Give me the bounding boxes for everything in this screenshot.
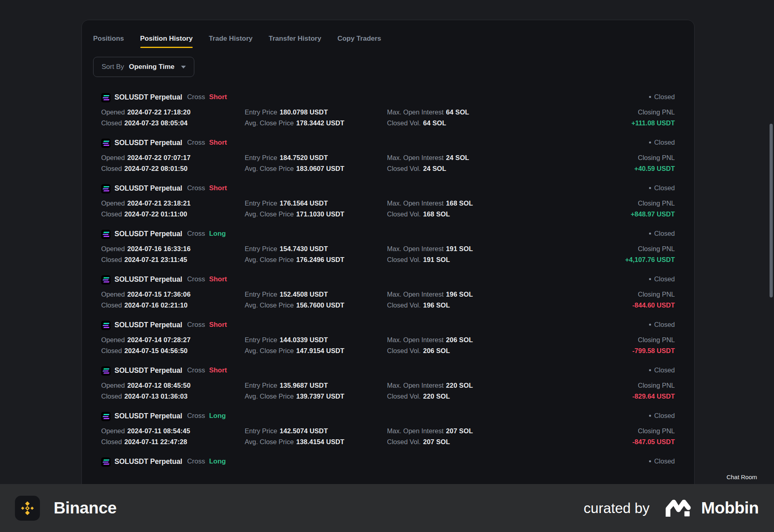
binance-wordmark: Binance xyxy=(54,499,117,517)
status-text: Closed xyxy=(654,139,675,146)
margin-mode-label: Cross xyxy=(187,366,205,374)
status-badge: Closed xyxy=(554,93,675,107)
sort-by-dropdown[interactable]: Sort By Opening Time xyxy=(93,57,194,77)
status-dot-icon xyxy=(649,324,651,326)
closed-time: Closed2024-07-11 22:47:28 xyxy=(101,436,245,447)
position-row[interactable]: SOLUSDT Perpetual Cross Short Closed Ope… xyxy=(101,321,675,356)
opened-time: Opened2024-07-11 08:54:45 xyxy=(101,426,245,436)
status-badge: Closed xyxy=(554,139,675,152)
tab-transfer-history[interactable]: Transfer History xyxy=(269,35,321,50)
avg-close-price: Avg. Close Price139.7397 USDT xyxy=(245,391,387,402)
status-badge: Closed xyxy=(554,412,675,426)
margin-mode-label: Cross xyxy=(187,93,205,101)
status-text: Closed xyxy=(654,457,675,465)
position-row[interactable]: SOLUSDT Perpetual Cross Short Closed Ope… xyxy=(101,184,675,220)
position-row[interactable]: SOLUSDT Perpetual Cross Short Closed Ope… xyxy=(101,366,675,402)
closing-pnl-value: -829.64 USDT xyxy=(554,391,675,402)
side-label: Short xyxy=(209,93,227,101)
entry-price: Entry Price176.1564 USDT xyxy=(245,198,387,209)
status-badge: Closed xyxy=(554,230,675,243)
max-open-interest: Max. Open Interest196 SOL xyxy=(387,289,554,300)
curated-by-block: curated by Mobbin xyxy=(584,499,759,517)
entry-price: Entry Price154.7430 USDT xyxy=(245,243,387,254)
symbol-label: SOLUSDT Perpetual xyxy=(114,275,182,284)
tab-trade-history[interactable]: Trade History xyxy=(209,35,253,50)
solana-icon xyxy=(101,412,110,421)
solana-icon xyxy=(101,139,110,148)
tab-bar: Positions Position History Trade History… xyxy=(82,20,694,50)
closing-pnl-value: +111.08 USDT xyxy=(554,118,675,129)
status-badge: Closed xyxy=(554,366,675,380)
entry-price: Entry Price144.0339 USDT xyxy=(245,335,387,345)
opened-time: Opened2024-07-16 16:33:16 xyxy=(101,243,245,254)
symbol-label: SOLUSDT Perpetual xyxy=(114,230,182,238)
status-dot-icon xyxy=(649,96,651,98)
opened-time: Opened2024-07-21 23:18:21 xyxy=(101,198,245,209)
position-title: SOLUSDT Perpetual Cross Short xyxy=(101,366,554,380)
sort-by-label: Sort By xyxy=(102,63,124,71)
status-text: Closed xyxy=(654,230,675,237)
status-text: Closed xyxy=(654,321,675,328)
margin-mode-label: Cross xyxy=(187,275,205,283)
position-list: SOLUSDT Perpetual Cross Short Closed Ope… xyxy=(82,77,694,493)
side-label: Long xyxy=(209,457,226,466)
status-badge: Closed xyxy=(554,275,675,289)
binance-logo-icon xyxy=(20,501,35,516)
position-row[interactable]: SOLUSDT Perpetual Cross Long Closed Open… xyxy=(101,412,675,447)
tab-position-history[interactable]: Position History xyxy=(140,35,193,50)
chat-room-button[interactable]: Chat Room xyxy=(726,474,757,480)
avg-close-price: Avg. Close Price171.1030 USDT xyxy=(245,209,387,220)
closing-pnl-value: -847.05 USDT xyxy=(554,436,675,447)
sort-row: Sort By Opening Time xyxy=(82,50,694,77)
status-text: Closed xyxy=(654,275,675,283)
closing-pnl-value: +848.97 USDT xyxy=(554,209,675,220)
closing-pnl-value: +40.59 USDT xyxy=(554,163,675,174)
footer-bar: Binance curated by Mobbin xyxy=(0,484,774,532)
position-row[interactable]: SOLUSDT Perpetual Cross Long Closed Open… xyxy=(101,230,675,265)
status-dot-icon xyxy=(649,233,651,235)
closed-volume: Closed Vol.196 SOL xyxy=(387,300,554,311)
closed-volume: Closed Vol.168 SOL xyxy=(387,209,554,220)
margin-mode-label: Cross xyxy=(187,412,205,420)
entry-price: Entry Price142.5074 USDT xyxy=(245,426,387,436)
max-open-interest: Max. Open Interest24 SOL xyxy=(387,152,554,163)
tab-positions[interactable]: Positions xyxy=(93,35,124,50)
closing-pnl-value: -799.58 USDT xyxy=(554,345,675,356)
margin-mode-label: Cross xyxy=(187,230,205,238)
closed-volume: Closed Vol.207 SOL xyxy=(387,436,554,447)
solana-icon xyxy=(101,93,110,102)
solana-icon xyxy=(101,184,110,193)
closing-pnl-label: Closing PNL xyxy=(554,426,675,436)
opened-time: Opened2024-07-12 08:45:50 xyxy=(101,380,245,391)
symbol-label: SOLUSDT Perpetual xyxy=(114,366,182,375)
side-label: Long xyxy=(209,230,226,238)
closed-volume: Closed Vol.206 SOL xyxy=(387,345,554,356)
symbol-label: SOLUSDT Perpetual xyxy=(114,184,182,193)
max-open-interest: Max. Open Interest220 SOL xyxy=(387,380,554,391)
solana-icon xyxy=(101,457,110,467)
side-label: Short xyxy=(209,321,227,329)
position-row[interactable]: SOLUSDT Perpetual Cross Short Closed Ope… xyxy=(101,93,675,129)
position-row[interactable]: SOLUSDT Perpetual Cross Short Closed Ope… xyxy=(101,139,675,174)
closed-time: Closed2024-07-23 08:05:04 xyxy=(101,118,245,129)
position-title: SOLUSDT Perpetual Cross Long xyxy=(101,457,554,471)
position-row[interactable]: SOLUSDT Perpetual Cross Short Closed Ope… xyxy=(101,275,675,311)
sort-by-value: Opening Time xyxy=(129,63,175,71)
position-title: SOLUSDT Perpetual Cross Short xyxy=(101,275,554,289)
position-title: SOLUSDT Perpetual Cross Long xyxy=(101,412,554,426)
entry-price: Entry Price180.0798 USDT xyxy=(245,107,387,118)
status-dot-icon xyxy=(649,460,651,462)
side-label: Short xyxy=(209,139,227,147)
opened-time: Opened2024-07-22 07:07:17 xyxy=(101,152,245,163)
binance-brand: Binance xyxy=(15,496,117,521)
vertical-scrollbar[interactable] xyxy=(770,124,773,297)
status-dot-icon xyxy=(649,187,651,189)
closed-time: Closed2024-07-15 04:56:50 xyxy=(101,345,245,356)
symbol-label: SOLUSDT Perpetual xyxy=(114,321,182,329)
margin-mode-label: Cross xyxy=(187,457,205,466)
chevron-down-icon xyxy=(181,66,186,69)
status-dot-icon xyxy=(649,415,651,417)
closed-time: Closed2024-07-22 01:11:00 xyxy=(101,209,245,220)
closing-pnl-value: +4,107.76 USDT xyxy=(554,254,675,265)
tab-copy-traders[interactable]: Copy Traders xyxy=(337,35,381,50)
